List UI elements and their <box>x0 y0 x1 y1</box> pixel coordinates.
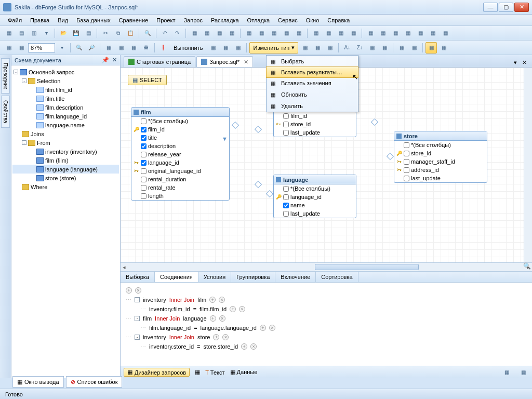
outline-item[interactable]: store (store) <box>45 175 76 181</box>
column-checkbox[interactable] <box>404 142 409 148</box>
menu-view[interactable]: Вид <box>54 16 72 24</box>
column-checkbox[interactable] <box>283 186 289 192</box>
menu-edit[interactable]: Правка <box>26 16 53 24</box>
tb-icon[interactable]: ▦ <box>207 42 219 54</box>
column-checkbox[interactable] <box>141 168 147 174</box>
tabs-menu-icon[interactable]: ▾ <box>512 58 519 67</box>
table-column[interactable]: 🗝original_language_id <box>131 167 229 175</box>
change-type-button[interactable]: Изменить тип ▾ <box>249 42 298 54</box>
pin-icon[interactable]: 📌 <box>102 57 109 63</box>
tb-icon[interactable]: ▦ <box>189 28 200 39</box>
table-film[interactable]: film *(Все столбцы)🔑film_idtitledescript… <box>131 107 230 201</box>
tb-icon[interactable]: ▦ <box>438 42 449 54</box>
table-column[interactable]: title <box>131 134 229 142</box>
add-icon[interactable]: + <box>213 334 219 340</box>
close-button[interactable]: ✕ <box>514 3 529 12</box>
table-column[interactable]: length <box>131 192 229 200</box>
table-column[interactable]: *(Все столбцы) <box>394 141 487 149</box>
expand-icon[interactable]: - <box>22 140 26 145</box>
column-checkbox[interactable] <box>141 193 147 199</box>
group-joins[interactable]: Joins <box>31 131 44 137</box>
undo-icon[interactable]: ↶ <box>159 28 170 39</box>
tb-icon[interactable]: ▦ <box>415 28 426 39</box>
qtab-joins[interactable]: Соединения <box>155 272 198 282</box>
table-column[interactable]: 🗝address_id <box>394 166 487 174</box>
table-column[interactable]: 🔑store_id <box>394 149 487 157</box>
tb-icon[interactable]: ▦ <box>103 42 114 54</box>
add-icon[interactable]: + <box>210 315 216 322</box>
execute-button[interactable]: Выполнить <box>170 42 206 54</box>
designer-view-button[interactable]: ▦Дизайнер запросов <box>124 368 190 377</box>
table-column[interactable]: name <box>274 201 356 209</box>
tb-icon[interactable]: ▦ <box>440 28 451 39</box>
outline-root[interactable]: Основной запрос <box>29 69 74 75</box>
tabs-close-icon[interactable]: ✕ <box>520 58 529 67</box>
join-connector[interactable] <box>371 118 378 126</box>
sort-desc-icon[interactable]: Z↓ <box>354 42 365 54</box>
remove-icon[interactable]: × <box>135 287 141 294</box>
maximize-button[interactable]: ▢ <box>499 3 513 12</box>
tb-icon[interactable]: ▦ <box>214 28 225 39</box>
remove-icon[interactable]: × <box>250 343 257 350</box>
table-inventory[interactable]: film_id🗝store_idlast_update <box>273 111 356 137</box>
menu-window[interactable]: Окно <box>302 16 323 24</box>
grid-view-icon[interactable]: ▦ <box>425 42 437 54</box>
menu-database[interactable]: База данных <box>73 16 114 24</box>
dropdown-icon[interactable]: ▾ <box>56 42 68 54</box>
tab-close-icon[interactable]: ✕ <box>244 59 248 65</box>
join-connector[interactable] <box>255 126 262 133</box>
tb-icon[interactable]: ▦ <box>115 42 127 54</box>
tb-icon[interactable]: ▦ <box>402 28 414 39</box>
add-icon[interactable]: + <box>209 297 216 303</box>
save-all-icon[interactable]: ▤ <box>83 28 94 39</box>
diagram-view-icon[interactable]: ▦ <box>195 369 200 376</box>
new-doc-icon[interactable]: ▥ <box>28 28 39 39</box>
zoom-input[interactable]: 87% <box>28 43 55 52</box>
column-checkbox[interactable] <box>141 160 147 166</box>
add-icon[interactable]: + <box>126 287 132 294</box>
select-chip[interactable]: ▦ SELECT <box>128 75 167 85</box>
column-checkbox[interactable] <box>283 211 289 217</box>
column-checkbox[interactable] <box>141 118 147 124</box>
table-column[interactable]: last_update <box>394 174 487 182</box>
tb-icon[interactable]: ▦ <box>220 42 231 54</box>
outline-tree[interactable]: -Основной запрос -Selection film.film_id… <box>11 65 120 378</box>
side-tab-explorer[interactable]: Проводник <box>1 58 10 94</box>
menu-project[interactable]: Проект <box>153 16 179 24</box>
warning-icon[interactable]: ❗ <box>157 42 169 54</box>
table-column[interactable]: 🗝language_id <box>131 158 229 167</box>
qtab-sort[interactable]: Сортировка <box>316 272 358 282</box>
tb-icon[interactable]: ▦ <box>365 28 376 39</box>
qtab-select[interactable]: Выборка <box>121 272 155 282</box>
table-column[interactable]: rental_rate <box>131 183 229 192</box>
paste-icon[interactable]: 📋 <box>125 28 136 39</box>
outline-item[interactable]: film.film_id <box>45 87 72 93</box>
scrollbar-thumb[interactable] <box>315 264 419 270</box>
table-column[interactable]: 🗝store_id <box>274 120 356 128</box>
add-icon[interactable]: + <box>260 325 266 331</box>
group-selection[interactable]: Selection <box>37 78 60 84</box>
sort-asc-icon[interactable]: A↓ <box>341 42 353 54</box>
outline-item[interactable]: film (film) <box>45 157 69 164</box>
panel-close-icon[interactable]: ✕ <box>112 57 117 63</box>
add-icon[interactable]: + <box>241 343 247 350</box>
tb-icon[interactable]: ▦ <box>335 28 347 39</box>
new-sql-icon[interactable]: ▦ <box>3 28 15 39</box>
add-icon[interactable]: + <box>230 306 236 312</box>
remove-icon[interactable]: × <box>219 315 225 322</box>
tb-icon[interactable]: ▦ <box>348 28 359 39</box>
dropdown-item[interactable]: ▦Вставить результаты… <box>266 66 358 78</box>
menu-query[interactable]: Запрос <box>180 16 206 24</box>
zoom-out-icon[interactable]: 🔎 <box>86 42 97 54</box>
tab-start-page[interactable]: Стартовая страница <box>124 56 195 67</box>
qtab-include[interactable]: Включение <box>275 272 316 282</box>
cut-icon[interactable]: ✂ <box>100 28 111 39</box>
outline-item[interactable]: inventory (inventory) <box>45 149 97 155</box>
zoom-in-icon[interactable]: 🔍 <box>73 42 85 54</box>
column-checkbox[interactable] <box>141 135 147 141</box>
column-checkbox[interactable] <box>283 122 289 127</box>
column-checkbox[interactable] <box>283 113 289 119</box>
join-connector[interactable] <box>232 122 239 129</box>
column-checkbox[interactable] <box>141 127 147 132</box>
tb-icon[interactable]: ▦ <box>312 42 323 54</box>
